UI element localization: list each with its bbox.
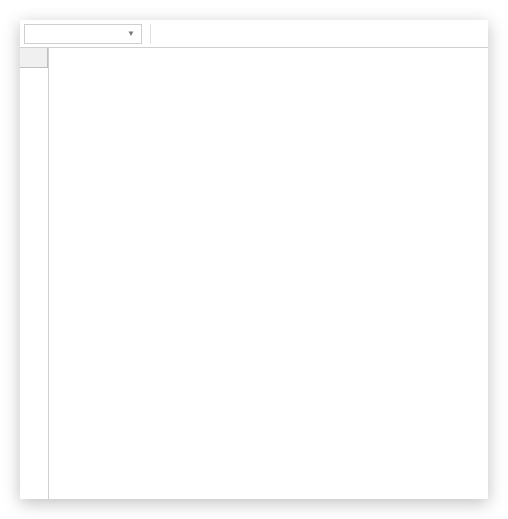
separator (150, 24, 151, 44)
row-headers (20, 48, 49, 499)
sheet-area (20, 48, 488, 499)
spreadsheet-window: ▼ (20, 20, 488, 499)
confirm-button[interactable] (175, 24, 195, 44)
formula-input[interactable] (215, 24, 488, 44)
select-all-corner[interactable] (20, 48, 48, 68)
cancel-button[interactable] (155, 24, 175, 44)
dropdown-icon: ▼ (127, 29, 135, 38)
name-box[interactable]: ▼ (24, 24, 142, 44)
formula-bar: ▼ (20, 20, 488, 48)
fx-button[interactable] (195, 24, 215, 44)
grid[interactable] (49, 48, 488, 499)
column-headers (49, 48, 488, 68)
